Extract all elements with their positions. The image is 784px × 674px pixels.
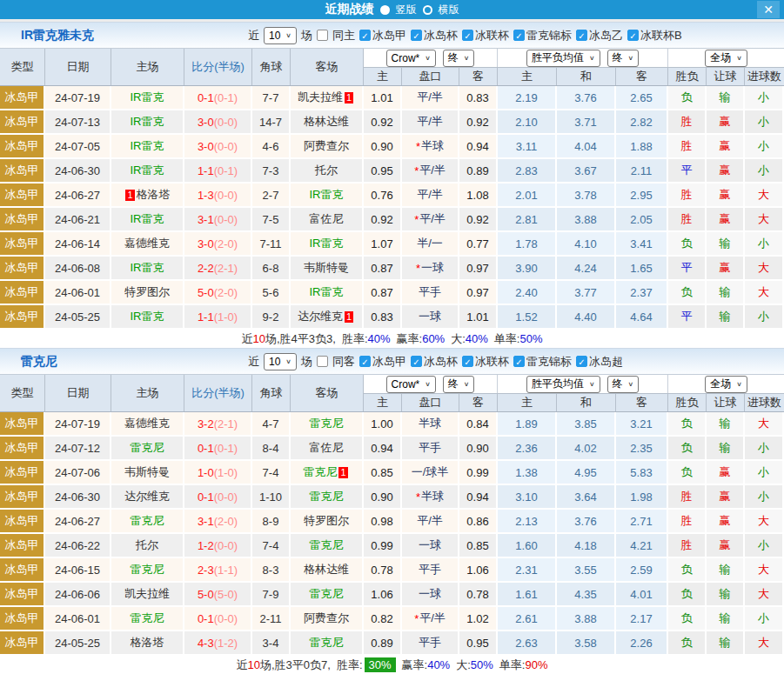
league-checkbox[interactable]: ✓ — [513, 356, 525, 367]
col-date: 日期 — [45, 375, 111, 411]
match-count-select[interactable]: 10∨ — [264, 27, 297, 44]
cell-home-odds: 0.99 — [364, 534, 402, 558]
cell-avg-draw: 3.85 — [557, 412, 616, 437]
scope-select[interactable]: 全场∨ — [705, 376, 747, 393]
scope-select[interactable]: 全场∨ — [705, 50, 747, 67]
cell-goals-result: 大 — [745, 412, 784, 437]
final-odds-select[interactable]: 终∨ — [607, 50, 640, 67]
league-checkbox[interactable]: ✓ — [411, 30, 422, 41]
cell-away-team: 托尔 — [291, 159, 364, 184]
chevron-down-icon: ∨ — [736, 55, 742, 62]
cell-date: 24-06-01 — [45, 281, 111, 305]
chevron-down-icon: ∨ — [589, 381, 595, 388]
cell-avg-home: 1.78 — [498, 232, 557, 257]
league-checkbox[interactable]: ✓ — [462, 356, 473, 367]
big-rate: 40% — [466, 332, 488, 345]
cell-date: 24-06-14 — [45, 232, 111, 257]
cell-corner: 7-4 — [252, 534, 291, 558]
league-checkbox[interactable]: ✓ — [462, 30, 473, 41]
cell-score: 2-3(1-1) — [184, 558, 252, 583]
cell-avg-draw: 3.88 — [557, 607, 616, 631]
cell-away-odds: 1.06 — [459, 558, 498, 583]
cell-away-odds: 0.95 — [459, 631, 498, 656]
league-checkbox[interactable]: ✓ — [576, 30, 587, 41]
cell-handicap-result: 输 — [707, 281, 745, 305]
final-odds-select[interactable]: 终∨ — [607, 376, 640, 393]
cell-handicap: *平/半 — [402, 159, 459, 184]
col-avg-draw: 和 — [557, 393, 616, 411]
cell-date: 24-06-21 — [45, 208, 111, 232]
cell-home-odds: 0.87 — [364, 281, 402, 305]
cell-home-team: IR雷克 — [111, 159, 184, 184]
avg-odds-select[interactable]: 胜平负均值∨ — [526, 50, 600, 67]
cell-away-team: 富佐尼 — [291, 437, 364, 461]
titlebar: 近期战绩 竖版 横版 ✕ — [0, 0, 784, 19]
cell-avg-away: 2.59 — [616, 558, 668, 583]
same-venue-checkbox[interactable] — [317, 30, 328, 41]
final-odds-select[interactable]: 终∨ — [443, 50, 475, 67]
col-away: 客场 — [291, 375, 364, 411]
same-venue-checkbox[interactable] — [317, 356, 328, 367]
cell-result: 负 — [668, 461, 707, 485]
red-card-badge: 1 — [345, 311, 353, 323]
cell-home-team: IR雷克 — [111, 305, 184, 330]
cell-score: 1-1(1-0) — [184, 305, 252, 330]
cell-avg-draw: 3.76 — [557, 510, 616, 534]
cell-result: 负 — [668, 86, 707, 110]
table-header: 类型 日期 主场 比分(半场) 角球 客场 Crow*∨ 终∨ 胜平负均值∨ 终… — [0, 48, 784, 86]
cell-away-odds: 0.83 — [459, 86, 498, 110]
cell-away-team: 雷克尼1 — [291, 461, 364, 485]
cell-score: 3-1(2-0) — [184, 510, 252, 534]
league-label: 冰联杯 — [475, 354, 509, 370]
table-body: 冰岛甲24-07-19IR雷克0-1(0-1)7-7凯夫拉维11.01平/半0.… — [0, 86, 784, 330]
radio-portrait[interactable] — [380, 5, 390, 15]
cell-handicap: 半球 — [402, 412, 459, 437]
league-filters: ✓冰岛甲✓冰岛杯✓冰联杯✓雷克锦标✓冰岛乙✓冰联杯B — [359, 28, 685, 43]
cell-goals-result: 大 — [745, 257, 784, 281]
cell-corner: 7-9 — [252, 583, 291, 607]
cell-away-team: 雷克尼 — [291, 485, 364, 510]
cell-avg-home: 3.11 — [498, 135, 557, 159]
cell-away-odds: 0.97 — [459, 257, 498, 281]
match-count-select[interactable]: 10∨ — [264, 353, 297, 370]
col-score[interactable]: 比分(半场) — [184, 375, 252, 411]
cell-handicap-result: 赢 — [707, 184, 745, 208]
league-checkbox[interactable]: ✓ — [359, 356, 371, 367]
cell-avg-home: 2.40 — [498, 281, 557, 305]
col-score[interactable]: 比分(半场) — [184, 49, 252, 85]
odds-company-select[interactable]: Crow*∨ — [386, 376, 436, 393]
cell-date: 24-06-06 — [45, 583, 111, 607]
cell-away-odds: 0.92 — [459, 208, 498, 232]
league-checkbox[interactable]: ✓ — [576, 356, 587, 367]
cell-home-team: 凯夫拉维 — [111, 583, 184, 607]
col-type: 类型 — [0, 375, 45, 411]
cell-home-odds: 0.98 — [364, 510, 402, 534]
league-checkbox[interactable]: ✓ — [627, 30, 639, 41]
cell-home-team: 嘉德维克 — [111, 412, 184, 437]
radio-landscape[interactable] — [423, 5, 432, 15]
cell-result: 胜 — [668, 485, 707, 510]
cell-league: 冰岛甲 — [0, 534, 45, 558]
win-rate: 30% — [365, 657, 396, 672]
cell-league: 冰岛甲 — [0, 281, 45, 305]
final-odds-select[interactable]: 终∨ — [443, 376, 475, 393]
cell-avg-draw: 4.40 — [557, 305, 616, 330]
cell-score: 1-3(0-0) — [184, 184, 252, 208]
cell-score: 4-3(1-2) — [184, 631, 252, 656]
cell-avg-home: 2.83 — [498, 159, 557, 184]
team-name: IR雷克雅未克 — [21, 28, 94, 43]
cell-handicap: 一球 — [402, 305, 459, 330]
close-icon[interactable]: ✕ — [757, 1, 780, 18]
cell-league: 冰岛甲 — [0, 437, 45, 461]
league-checkbox[interactable]: ✓ — [359, 30, 371, 41]
avg-odds-select[interactable]: 胜平负均值∨ — [526, 376, 600, 393]
odds-company-select[interactable]: Crow*∨ — [386, 50, 436, 67]
cell-away-team: 阿费查尔 — [291, 135, 364, 159]
col-corner: 角球 — [252, 375, 291, 411]
cell-home-team: 1格洛塔 — [111, 184, 184, 208]
league-checkbox[interactable]: ✓ — [411, 356, 422, 367]
league-checkbox[interactable]: ✓ — [513, 30, 525, 41]
col-date: 日期 — [45, 49, 111, 85]
cell-away-odds: 1.02 — [459, 607, 498, 631]
cell-date: 24-05-25 — [45, 631, 111, 656]
